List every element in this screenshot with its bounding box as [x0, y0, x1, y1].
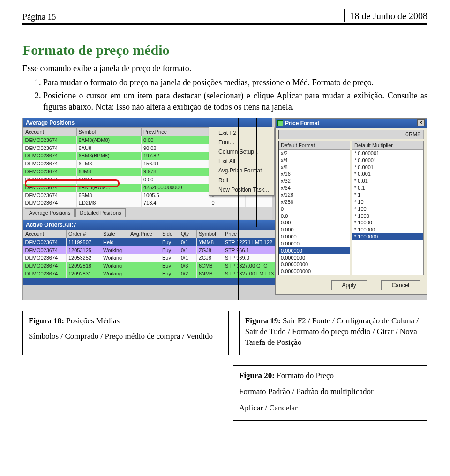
list-option[interactable]: 0.00000 [279, 240, 350, 247]
menu-item[interactable]: Column Setup... [209, 147, 274, 156]
list-header: Default Multiplier [352, 141, 423, 150]
positions-tabs: Average Positions Detailed Positions [23, 207, 272, 219]
list-option[interactable]: * 1000000 [352, 233, 423, 240]
menu-item[interactable]: Roll [209, 176, 274, 185]
menu-item[interactable]: Avg.Price Format [209, 166, 274, 175]
menu-item[interactable]: Exit F2 [209, 128, 274, 138]
list-option[interactable]: * 10 [352, 199, 423, 206]
list-option[interactable]: 0.000 [279, 226, 350, 233]
list-option[interactable]: * 0.001 [352, 171, 423, 178]
column-header[interactable]: Account [23, 127, 77, 136]
row-highlight [25, 179, 120, 187]
column-header[interactable]: Side [160, 230, 179, 238]
apply-button[interactable]: Apply [331, 280, 367, 290]
page-header: Página 15 18 de Junho de 2008 [22, 9, 428, 25]
list-option[interactable]: * 1000 [352, 213, 423, 220]
tag-icon [278, 120, 283, 126]
column-header[interactable]: Prev.Price [141, 127, 210, 136]
default-multiplier-list[interactable]: Default Multiplier * 0.000001* 0.00001* … [352, 141, 424, 275]
list-option[interactable]: x/64 [279, 185, 350, 192]
list-option[interactable]: * 0.01 [352, 178, 423, 185]
header-divider [344, 9, 345, 22]
figure-19-callout: Figura 19: Sair F2 / Fonte / Configuraçã… [239, 311, 428, 355]
dialog-title: Price Format [285, 119, 319, 127]
list-option[interactable]: 0 [279, 206, 350, 213]
context-menu: Exit F2Font...Column Setup...Exit AllAvg… [209, 127, 274, 196]
list-option[interactable]: 0.000000 [279, 247, 350, 254]
list-option[interactable]: x/16 [279, 171, 350, 178]
list-option[interactable]: x/128 [279, 192, 350, 199]
list-option[interactable]: x/32 [279, 178, 350, 185]
list-header: Default Format [279, 141, 350, 150]
column-header[interactable]: Order # [67, 230, 101, 238]
list-option[interactable]: * 0.0001 [352, 164, 423, 171]
list-option[interactable]: x/2 [279, 150, 350, 157]
list-option[interactable]: * 0.1 [352, 185, 423, 192]
column-header[interactable]: Avg.Price [128, 230, 160, 238]
list-option[interactable]: * 10000 [352, 219, 423, 226]
list-option[interactable]: 0.00 [279, 219, 350, 226]
intro-paragraph: Esse comando exibe a janela de preço de … [22, 63, 428, 74]
step-item: Para mudar o formato do preço na janela … [43, 77, 428, 88]
step-item: Posicione o cursor em um item para desta… [43, 90, 428, 113]
cancel-button[interactable]: Cancel [381, 280, 420, 290]
column-header[interactable]: Symbol [76, 127, 141, 136]
list-option[interactable]: x/256 [279, 199, 350, 206]
list-option[interactable]: 0.00000000 [279, 261, 350, 268]
figure-18-callout: Figura 18: Posições Médias Símbolos / Co… [22, 311, 229, 355]
list-option[interactable]: x/4 [279, 157, 350, 164]
column-header[interactable]: Qty [179, 230, 197, 238]
screenshot-composite: Average Positions AccountSymbolPrev.Pric… [22, 118, 428, 300]
callout-row: Figura 18: Posições Médias Símbolos / Co… [22, 311, 428, 355]
list-option[interactable]: * 100 [352, 206, 423, 213]
column-header[interactable]: State [101, 230, 128, 238]
column-header[interactable]: Account [23, 230, 67, 238]
list-option[interactable]: 0.0000 [279, 233, 350, 240]
tab-average-positions[interactable]: Average Positions [25, 208, 75, 217]
page-date: 18 de Junho de 2008 [344, 9, 428, 22]
table-row[interactable]: DEMO023674ED2M8713.40 [23, 199, 272, 207]
list-option[interactable]: * 0.00001 [352, 157, 423, 164]
figure-20-callout: Figura 20: Formato do Preço Formato Padr… [233, 365, 428, 421]
tab-detailed-positions[interactable]: Detailed Positions [75, 208, 125, 217]
list-option[interactable]: * 0.000001 [352, 150, 423, 157]
list-option[interactable]: x/8 [279, 164, 350, 171]
close-icon[interactable]: × [417, 119, 425, 126]
price-format-dialog: Price Format × 6RM8 Default Format x/2x/… [275, 118, 427, 295]
list-option[interactable]: * 1 [352, 192, 423, 199]
menu-item[interactable]: Font... [209, 138, 274, 147]
section-heading: Formato de preço médio [22, 41, 428, 60]
symbol-label: 6RM8 [278, 130, 424, 139]
list-option[interactable]: * 100000 [352, 226, 423, 233]
list-option[interactable]: 0.000000000 [279, 268, 350, 275]
menu-item[interactable]: Exit All [209, 156, 274, 166]
column-header[interactable]: Symbol [197, 230, 223, 238]
list-option[interactable]: 0.0 [279, 213, 350, 220]
list-option[interactable]: 0.0000000 [279, 254, 350, 261]
menu-item[interactable]: New Position Task... [209, 185, 274, 194]
page-number: Página 15 [22, 11, 56, 22]
default-format-list[interactable]: Default Format x/2x/4x/8x/16x/32x/64x/12… [278, 141, 350, 275]
panel-title: Average Positions [23, 118, 272, 127]
steps-list: Para mudar o formato do preço na janela … [43, 77, 428, 113]
